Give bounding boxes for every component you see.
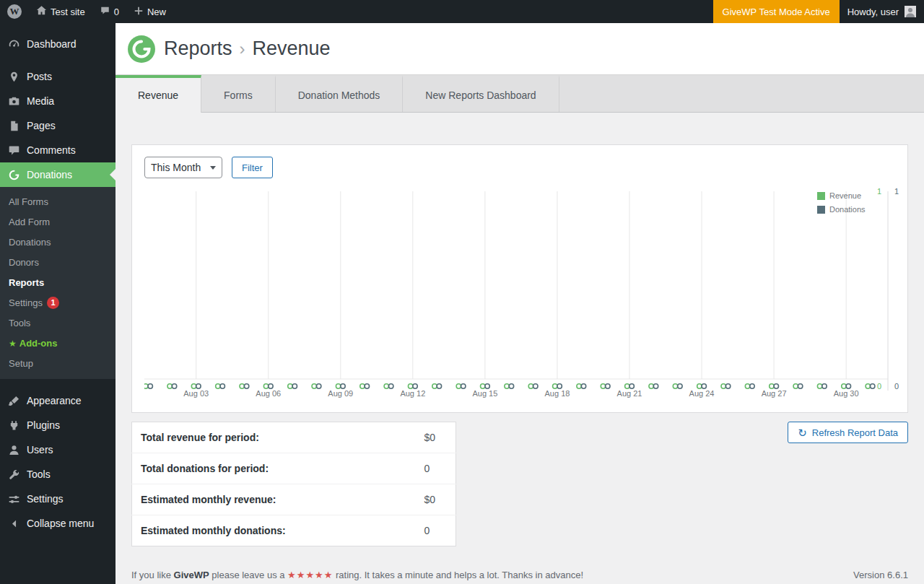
table-row: Estimated monthly donations: 0 bbox=[132, 515, 456, 546]
svg-text:Aug 27: Aug 27 bbox=[762, 389, 787, 398]
period-select[interactable]: This Month bbox=[144, 157, 222, 178]
breadcrumb-current: Revenue bbox=[253, 38, 331, 59]
svg-text:1: 1 bbox=[877, 187, 881, 196]
test-mode-label: GiveWP Test Mode Active bbox=[723, 6, 830, 17]
sidebar-item-label: Donations bbox=[27, 169, 72, 180]
sidebar-item-settings[interactable]: Settings bbox=[0, 487, 116, 511]
sidebar-item-media[interactable]: Media bbox=[0, 89, 116, 113]
report-body: This Month Filter Aug 03Aug 06Aug 09Aug … bbox=[116, 113, 924, 580]
summary-value: $0 bbox=[416, 422, 456, 453]
tab-donation-methods[interactable]: Donation Methods bbox=[276, 75, 404, 112]
summary-value: 0 bbox=[416, 515, 456, 546]
givewp-icon bbox=[6, 167, 21, 182]
admin-sidebar: Dashboard Posts Media Pages Comments Don… bbox=[0, 23, 116, 584]
summary-label: Estimated monthly donations: bbox=[132, 515, 416, 546]
comments-link[interactable]: 0 bbox=[92, 0, 126, 23]
sidebar-item-label: Dashboard bbox=[27, 38, 77, 50]
submenu-item-setup[interactable]: Setup bbox=[0, 354, 116, 374]
account-menu[interactable]: Howdy, user bbox=[840, 0, 924, 23]
site-name-link[interactable]: Test site bbox=[29, 0, 92, 23]
new-content-button[interactable]: New bbox=[126, 0, 173, 23]
sidebar-item-donations[interactable]: Donations bbox=[0, 162, 116, 187]
tab-new-reports-dashboard[interactable]: New Reports Dashboard bbox=[403, 75, 559, 112]
rating-stars[interactable]: ★★★★★ bbox=[287, 570, 333, 580]
comments-count: 0 bbox=[114, 6, 119, 17]
plugins-icon bbox=[6, 418, 21, 432]
appearance-icon bbox=[6, 393, 21, 408]
footer: If you like GiveWP please leave us a ★★★… bbox=[131, 570, 908, 580]
sidebar-item-dashboard[interactable]: Dashboard bbox=[0, 32, 116, 56]
submenu-item-donations[interactable]: Donations bbox=[0, 232, 116, 253]
submenu-item-all-forms[interactable]: All Forms bbox=[0, 192, 116, 212]
tab-revenue[interactable]: Revenue bbox=[116, 75, 201, 113]
sidebar-item-pages[interactable]: Pages bbox=[0, 113, 116, 138]
svg-text:Aug 06: Aug 06 bbox=[256, 389, 281, 398]
collapse-menu-button[interactable]: Collapse menu bbox=[0, 511, 116, 536]
svg-text:Aug 09: Aug 09 bbox=[328, 389, 353, 398]
svg-text:Aug 24: Aug 24 bbox=[689, 389, 715, 398]
tools-icon bbox=[6, 467, 21, 481]
breadcrumb-reports[interactable]: Reports bbox=[164, 38, 232, 59]
donations-submenu: All Forms Add Form Donations Donors Repo… bbox=[0, 187, 116, 379]
main-content: Reports›Revenue Revenue Forms Donation M… bbox=[116, 23, 924, 584]
sidebar-item-label: Tools bbox=[27, 468, 51, 480]
tab-forms[interactable]: Forms bbox=[201, 75, 276, 112]
sidebar-item-posts[interactable]: Posts bbox=[0, 64, 116, 89]
comments-icon bbox=[6, 143, 21, 157]
submenu-item-settings[interactable]: Settings1 bbox=[0, 293, 116, 313]
chart-card: This Month Filter Aug 03Aug 06Aug 09Aug … bbox=[131, 144, 908, 413]
breadcrumb-separator: › bbox=[240, 39, 245, 58]
revenue-chart: Aug 03Aug 06Aug 09Aug 12Aug 15Aug 18Aug … bbox=[144, 186, 900, 405]
summary-table: Total revenue for period: $0 Total donat… bbox=[131, 422, 456, 546]
summary-label: Estimated monthly revenue: bbox=[132, 484, 416, 515]
posts-icon bbox=[6, 69, 21, 84]
sidebar-item-label: Comments bbox=[27, 144, 76, 156]
filter-row: This Month Filter bbox=[144, 157, 900, 178]
refresh-report-button[interactable]: ↻ Refresh Report Data bbox=[788, 422, 908, 443]
svg-text:Aug 21: Aug 21 bbox=[617, 389, 642, 398]
givewp-logo bbox=[128, 35, 155, 63]
summary-value: 0 bbox=[416, 453, 456, 484]
svg-text:0: 0 bbox=[894, 382, 899, 391]
collapse-arrow-icon bbox=[6, 516, 21, 531]
submenu-item-tools[interactable]: Tools bbox=[0, 313, 116, 334]
wordpress-icon: W bbox=[7, 4, 22, 19]
submenu-item-reports[interactable]: Reports bbox=[0, 273, 116, 293]
report-tabs: Revenue Forms Donation Methods New Repor… bbox=[116, 74, 924, 113]
admin-bar: W Test site 0 New GiveWP Test Mode Activ… bbox=[0, 0, 924, 23]
submenu-item-add-form[interactable]: Add Form bbox=[0, 212, 116, 232]
svg-text:Aug 30: Aug 30 bbox=[834, 389, 859, 398]
svg-text:Aug 15: Aug 15 bbox=[472, 389, 497, 398]
version-label: Version 6.6.1 bbox=[853, 570, 908, 580]
home-icon bbox=[36, 5, 47, 18]
star-icon: ★ bbox=[9, 339, 17, 349]
sidebar-item-plugins[interactable]: Plugins bbox=[0, 413, 116, 437]
rating-request-text: If you like GiveWP please leave us a ★★★… bbox=[131, 570, 583, 580]
new-label: New bbox=[147, 6, 166, 17]
plus-icon bbox=[134, 6, 144, 18]
sidebar-item-label: Appearance bbox=[27, 395, 82, 406]
table-row: Estimated monthly revenue: $0 bbox=[132, 484, 456, 515]
submenu-item-donors[interactable]: Donors bbox=[0, 253, 116, 273]
wordpress-menu-button[interactable]: W bbox=[0, 0, 29, 23]
comments-icon bbox=[100, 6, 110, 18]
table-row: Total donations for period: 0 bbox=[132, 453, 456, 484]
givewp-test-mode-badge[interactable]: GiveWP Test Mode Active bbox=[713, 0, 840, 23]
filter-button[interactable]: Filter bbox=[232, 157, 273, 178]
sidebar-item-tools[interactable]: Tools bbox=[0, 462, 116, 487]
sidebar-item-appearance[interactable]: Appearance bbox=[0, 388, 116, 413]
sidebar-item-label: Plugins bbox=[27, 419, 60, 431]
sidebar-item-users[interactable]: Users bbox=[0, 437, 116, 462]
summary-label: Total donations for period: bbox=[132, 453, 416, 484]
update-count-badge: 1 bbox=[47, 297, 59, 309]
brand-name: GiveWP bbox=[174, 570, 209, 580]
svg-text:Aug 12: Aug 12 bbox=[400, 389, 425, 398]
sidebar-item-comments[interactable]: Comments bbox=[0, 138, 116, 162]
table-row: Total revenue for period: $0 bbox=[132, 422, 456, 453]
users-icon bbox=[6, 443, 21, 457]
breadcrumb: Reports›Revenue bbox=[164, 38, 331, 60]
submenu-item-add-ons[interactable]: ★Add-ons bbox=[0, 334, 116, 354]
pages-icon bbox=[6, 118, 21, 133]
svg-text:0: 0 bbox=[877, 382, 881, 391]
avatar bbox=[905, 6, 916, 17]
